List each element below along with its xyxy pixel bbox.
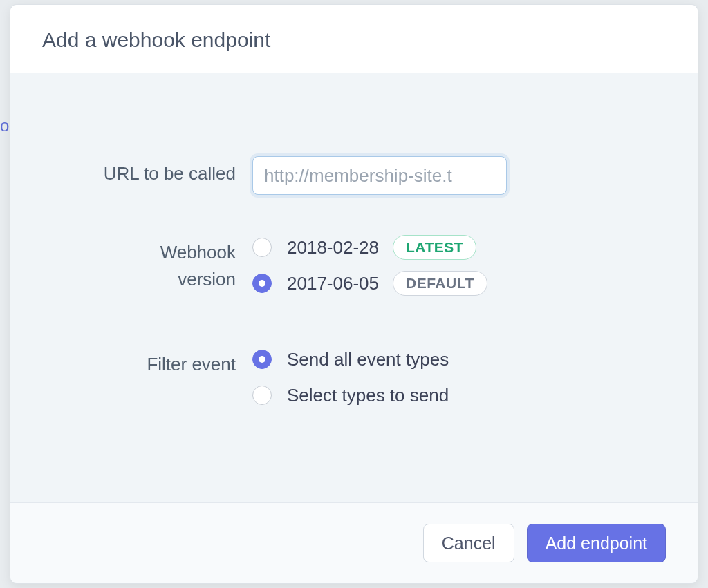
webhook-version-label: Webhook version: [52, 235, 252, 293]
add-endpoint-button[interactable]: Add endpoint: [527, 524, 666, 562]
default-badge: DEFAULT: [393, 271, 487, 296]
version-date-default: 2017-06-05: [287, 273, 379, 294]
url-input[interactable]: [252, 156, 507, 195]
modal-title: Add a webhook endpoint: [42, 28, 666, 52]
filter-label-send-all: Send all event types: [287, 349, 449, 370]
filter-event-label: Filter event: [52, 347, 252, 378]
url-row: URL to be called: [52, 156, 656, 195]
modal-body: URL to be called Webhook version 2018-02…: [10, 73, 698, 502]
version-radio-2018-02-28[interactable]: [252, 238, 272, 257]
webhook-version-label-line2: version: [178, 269, 236, 290]
add-webhook-modal: Add a webhook endpoint URL to be called …: [10, 4, 698, 584]
version-option-latest: 2018-02-28 LATEST: [252, 235, 656, 260]
webhook-version-label-line1: Webhook: [160, 242, 236, 263]
webhook-version-row: Webhook version 2018-02-28 LATEST 2017-0…: [52, 235, 656, 307]
latest-badge: LATEST: [393, 235, 476, 260]
modal-header: Add a webhook endpoint: [10, 5, 698, 73]
version-option-default: 2017-06-05 DEFAULT: [252, 271, 656, 296]
version-radio-2017-06-05[interactable]: [252, 274, 272, 293]
filter-option-all: Send all event types: [252, 347, 656, 372]
filter-label-select-types: Select types to send: [287, 385, 449, 406]
version-date-latest: 2018-02-28: [287, 237, 379, 258]
filter-event-row: Filter event Send all event types Select…: [52, 347, 656, 419]
cancel-button[interactable]: Cancel: [423, 524, 514, 562]
filter-radio-send-all[interactable]: [252, 350, 272, 369]
url-label: URL to be called: [52, 156, 252, 187]
filter-radio-select-types[interactable]: [252, 386, 272, 405]
modal-footer: Cancel Add endpoint: [10, 502, 698, 583]
filter-option-select: Select types to send: [252, 383, 656, 408]
